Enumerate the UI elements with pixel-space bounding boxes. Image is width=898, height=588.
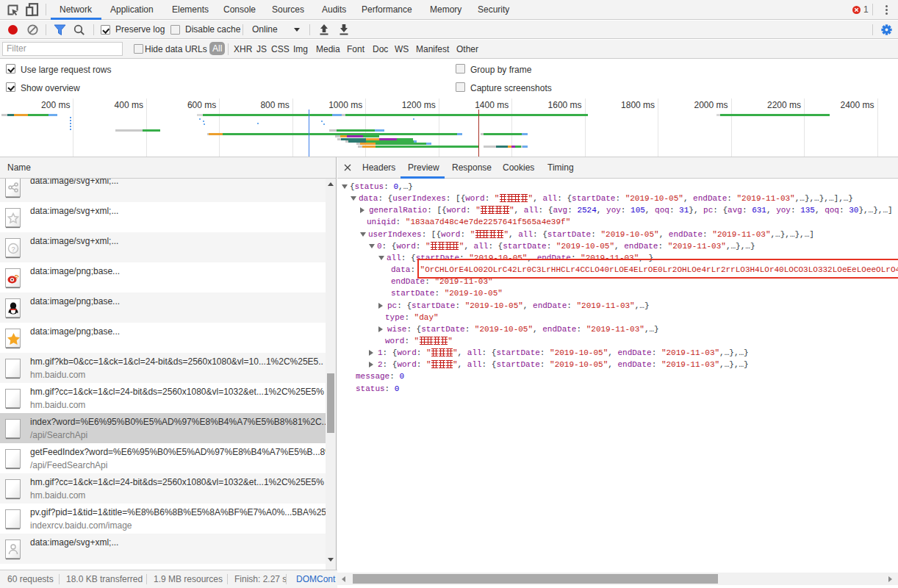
svg-text:?: ? [11, 245, 15, 252]
